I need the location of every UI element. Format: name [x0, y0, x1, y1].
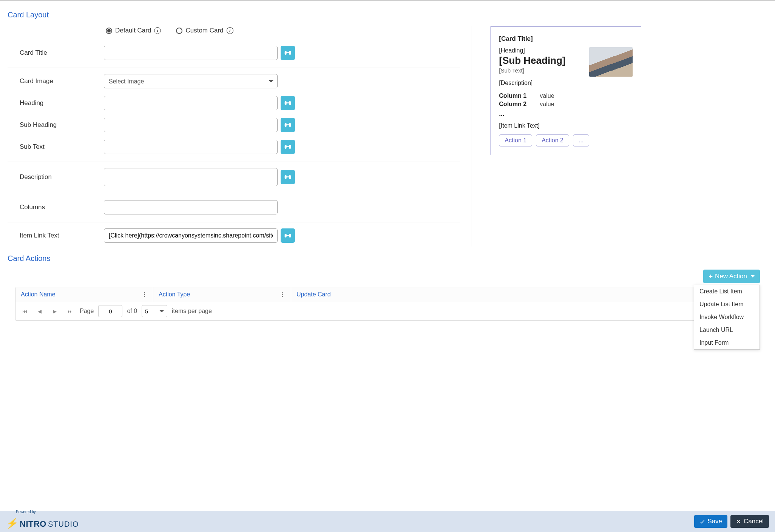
lookup-item-link-text-button[interactable] [281, 228, 295, 243]
radio-dot-selected-icon [106, 28, 112, 34]
new-action-label: New Action [715, 273, 747, 280]
preview-col2-key: Column 2 [499, 100, 533, 108]
pager-prev-button[interactable]: ◀ [34, 306, 45, 316]
dropdown-update-list-item[interactable]: Update List Item [694, 298, 760, 311]
preview-action-more: ... [573, 134, 589, 146]
pager-items-per-page-label: items per page [172, 308, 212, 315]
dropdown-launch-url[interactable]: Launch URL [694, 324, 760, 336]
binoculars-icon [284, 121, 292, 129]
preview-card-title: [Card Title] [499, 35, 633, 43]
preview-description: [Description] [499, 80, 633, 86]
input-sub-text[interactable] [104, 140, 278, 154]
lookup-sub-heading-button[interactable] [281, 118, 295, 132]
grid-col-update-card-label: Update Card [296, 291, 331, 298]
input-columns[interactable] [104, 200, 278, 214]
dropdown-invoke-workflow[interactable]: Invoke Workflow [694, 311, 760, 324]
binoculars-icon [284, 99, 292, 107]
preview-sub-heading: [Sub Heading] [499, 55, 584, 66]
new-action-dropdown: Create List Item Update List Item Invoke… [694, 285, 760, 350]
grid-col-action-name-label: Action Name [21, 291, 56, 298]
pager-page-label: Page [80, 308, 94, 315]
radio-default-card-label: Default Card [115, 27, 151, 34]
grid-col-action-name[interactable]: Action Name [15, 287, 153, 302]
preview-action-2: Action 2 [536, 134, 569, 146]
preview-image [589, 47, 633, 77]
new-action-button[interactable]: + New Action [703, 270, 760, 283]
binoculars-icon [284, 232, 292, 239]
pager-of-label: of 0 [127, 308, 137, 315]
plus-icon: + [709, 273, 713, 280]
binoculars-icon [284, 143, 292, 151]
lookup-card-title-button[interactable] [281, 46, 295, 60]
grid-col-update-card[interactable]: Update Card [291, 287, 760, 302]
caret-down-icon [751, 275, 755, 278]
label-description: Description [8, 173, 104, 181]
pager-first-button[interactable]: ⏮ [19, 306, 30, 316]
grid-col-action-type[interactable]: Action Type [153, 287, 291, 302]
label-item-link-text: Item Link Text [8, 232, 104, 239]
card-preview: [Card Title] [Heading] [Sub Heading] [Su… [490, 26, 641, 155]
lookup-sub-text-button[interactable] [281, 140, 295, 154]
preview-sub-text: [Sub Text] [499, 67, 584, 74]
info-icon[interactable]: i [227, 27, 233, 34]
input-heading[interactable] [104, 96, 278, 110]
dropdown-create-list-item[interactable]: Create List Item [694, 285, 760, 298]
radio-dot-icon [176, 28, 182, 34]
preview-item-link-text: [Item Link Text] [499, 122, 633, 129]
lookup-description-button[interactable] [281, 170, 295, 184]
grid-pager: ⏮ ◀ ▶ ⏭ Page of 0 5 items per page [15, 302, 760, 320]
pager-next-button[interactable]: ▶ [49, 306, 60, 316]
preview-col1-val: value [540, 92, 554, 100]
input-sub-heading[interactable] [104, 118, 278, 132]
label-card-title: Card Title [8, 49, 104, 57]
radio-custom-card[interactable]: Custom Card i [176, 27, 233, 34]
preview-heading: [Heading] [499, 47, 584, 54]
input-card-title[interactable] [104, 46, 278, 60]
info-icon[interactable]: i [154, 27, 161, 34]
label-columns: Columns [8, 204, 104, 211]
pager-page-size-select[interactable]: 5 [142, 305, 167, 317]
grid-col-action-type-label: Action Type [159, 291, 190, 298]
radio-custom-card-label: Custom Card [185, 27, 223, 34]
radio-default-card[interactable]: Default Card i [106, 27, 161, 34]
preview-action-1: Action 1 [499, 134, 532, 146]
binoculars-icon [284, 49, 292, 57]
preview-col2-val: value [540, 100, 554, 108]
pager-page-input[interactable] [98, 305, 122, 317]
input-item-link-text[interactable] [104, 228, 278, 243]
label-heading: Heading [8, 99, 104, 107]
input-description[interactable] [104, 168, 278, 186]
select-card-image[interactable]: Select Image [104, 74, 278, 88]
pager-last-button[interactable]: ⏭ [65, 306, 75, 316]
card-layout-form: Default Card i Custom Card i Card Title [8, 26, 471, 247]
lookup-heading-button[interactable] [281, 96, 295, 110]
dropdown-input-form[interactable]: Input Form [694, 336, 760, 349]
preview-ellipsis: ... [499, 110, 633, 118]
actions-grid: Action Name Action Type Update Card ⏮ ◀ … [15, 287, 760, 321]
section-title-card-actions: Card Actions [8, 254, 767, 263]
column-menu-icon[interactable] [279, 292, 286, 297]
binoculars-icon [284, 173, 292, 181]
label-sub-heading: Sub Heading [8, 121, 104, 129]
label-card-image: Card Image [8, 77, 104, 85]
preview-col1-key: Column 1 [499, 92, 533, 100]
column-menu-icon[interactable] [141, 292, 148, 297]
label-sub-text: Sub Text [8, 143, 104, 151]
section-title-card-layout: Card Layout [8, 11, 767, 19]
